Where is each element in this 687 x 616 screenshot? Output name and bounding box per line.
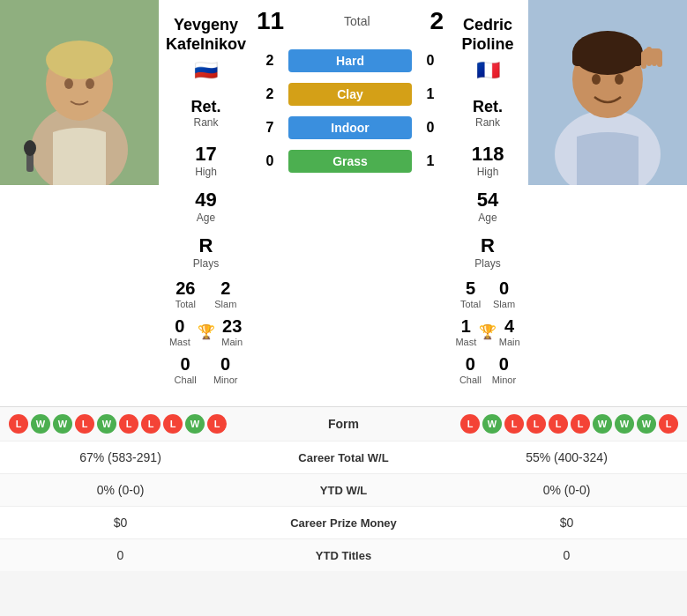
right-total-label: Total [460,299,481,309]
right-total-value: 5 [460,278,481,299]
left-mast-main: 0 Mast 🏆 23 Main [166,313,246,351]
left-rank-label: Rank [166,116,246,129]
right-mast-value: 1 [455,316,476,337]
left-plays-label: Plays [166,257,246,270]
form-badge: L [119,414,138,434]
left-minor-value: 0 [213,354,238,375]
form-badge: L [571,414,590,434]
surface-btn-indoor[interactable]: Indoor [288,116,412,139]
left-age-label: Age [166,212,246,224]
left-mast-value: 0 [169,316,190,337]
stats-left-value: 67% (583-291) [9,450,232,464]
middle-section: 11 Total 2 2 Hard 0 2 Clay 1 7 Indoor 0 … [253,0,447,397]
svg-point-4 [64,78,73,89]
form-label: Form [328,417,359,431]
right-main-value: 4 [499,316,520,337]
left-age-value: 49 [166,189,246,212]
surface-left-score: 0 [257,153,283,169]
form-badge: W [615,414,634,434]
right-mast-label: Mast [455,337,476,347]
form-badge: W [97,414,116,434]
svg-rect-12 [572,48,643,66]
left-main-value: 23 [221,316,243,337]
svg-point-13 [592,74,601,85]
total-header: 11 Total 2 [257,0,444,44]
right-total-score: 2 [429,7,444,35]
form-badge: W [53,414,72,434]
surface-btn-hard[interactable]: Hard [288,49,412,72]
right-player-flag: 🇫🇷 [454,59,521,82]
form-badge: L [75,414,94,434]
surface-row-grass: 0 Grass 1 [257,145,444,178]
stats-row-label: Career Total W/L [232,451,455,464]
stats-row-label: YTD Titles [232,549,455,562]
form-badge: L [207,414,227,434]
stats-left-value: $0 [9,516,232,530]
stats-row: $0 Career Prize Money $0 [0,506,687,538]
left-player-photo [0,0,159,185]
left-player-name: Yevgeny Kafelnikov [166,16,246,54]
stats-left-value: 0% (0-0) [9,483,232,497]
surface-right-score: 1 [417,86,444,102]
left-high-label: High [166,166,246,178]
left-total-score: 11 [257,7,284,35]
svg-point-5 [86,78,94,89]
left-slam-label: Slam [214,299,236,309]
right-main-label: Main [499,337,520,347]
left-total-label: Total [175,299,196,309]
surface-row-clay: 2 Clay 1 [257,78,444,111]
form-badge: L [163,414,183,434]
form-badge: L [659,414,678,434]
svg-point-7 [24,140,36,156]
left-trophy-icon: 🏆 [198,323,215,340]
left-total-value: 26 [175,278,196,299]
right-minor-value: 0 [492,354,517,375]
svg-point-3 [46,41,113,79]
form-badge: L [141,414,161,434]
stats-right-value: 0 [455,548,678,562]
stats-row: 0 YTD Titles 0 [0,538,687,571]
surface-btn-clay[interactable]: Clay [288,83,412,106]
bottom-section: LWWLWLLLWL Form LWLLLLWWWL 67% (583-291)… [0,406,687,571]
stats-row: 0% (0-0) YTD W/L 0% (0-0) [0,473,687,506]
stats-row-label: YTD W/L [232,484,455,497]
total-label: Total [344,14,370,28]
form-badge: W [637,414,656,434]
surface-right-score: 0 [417,53,444,69]
surface-btn-grass[interactable]: Grass [288,150,412,173]
top-section: Yevgeny Kafelnikov 🇷🇺 Ret. Rank 17 High … [0,0,687,397]
right-rank-value: Ret. [454,98,521,116]
right-form-badges: LWLLLLWWWL [460,414,678,434]
left-chall-value: 0 [175,354,197,375]
left-chall-label: Chall [175,375,197,385]
svg-point-14 [615,74,624,85]
right-minor-label: Minor [492,375,517,385]
left-rank-block: Ret. Rank [166,93,246,137]
right-chall-minor: 0 Chall 0 Minor [454,351,521,389]
left-high-value: 17 [166,143,246,166]
form-badge: L [549,414,568,434]
left-mast-label: Mast [169,337,190,347]
right-rank-label: Rank [454,116,521,129]
right-player-name: Cedric Pioline [454,16,521,54]
form-badge: W [593,414,612,434]
right-age-label: Age [454,212,521,224]
right-plays-label: Plays [454,257,521,270]
right-total-slam: 5 Total 0 Slam [454,275,521,313]
right-player-photo [528,0,687,185]
right-plays-value: R [454,234,521,257]
surface-right-score: 0 [417,120,444,136]
surface-right-score: 1 [417,153,444,169]
svg-rect-19 [657,51,662,67]
right-player-stats: Cedric Pioline 🇫🇷 Ret. Rank 118 High 54 … [447,0,528,397]
form-row: LWWLWLLLWL Form LWLLLLWWWL [0,407,687,441]
right-rank-block: Ret. Rank [454,93,521,137]
form-badge: W [482,414,502,434]
main-container: Yevgeny Kafelnikov 🇷🇺 Ret. Rank 17 High … [0,0,687,571]
right-mast-main: 1 Mast 🏆 4 Main [454,313,521,351]
surface-row-hard: 2 Hard 0 [257,44,444,78]
left-total-slam: 26 Total 2 Slam [166,275,246,313]
surface-left-score: 2 [257,53,283,69]
svg-rect-16 [641,51,646,69]
stats-right-value: $0 [455,516,678,530]
